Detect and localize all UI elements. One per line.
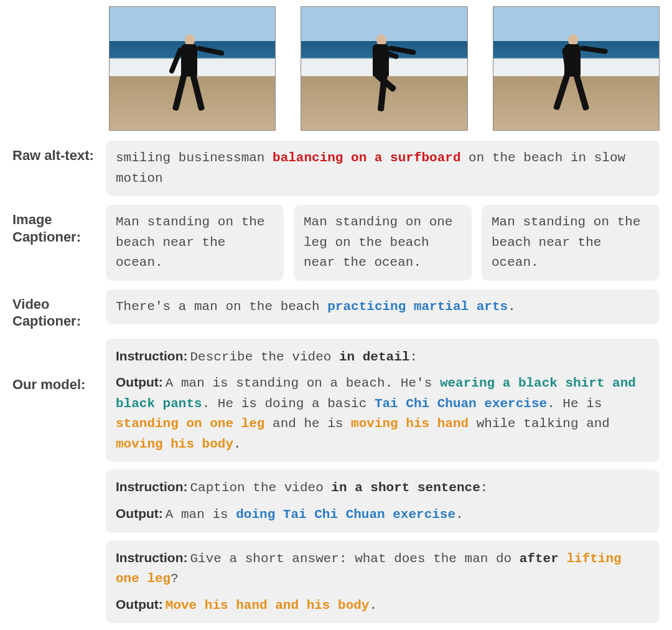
instruction-label: Instruction: xyxy=(116,550,188,565)
label-raw-alt-text: Raw alt-text: xyxy=(12,141,106,164)
our-model-example-1: Instruction:Describe the video in detail… xyxy=(106,339,660,463)
label-video-captioner: Video Captioner: xyxy=(12,289,106,330)
video-frame-1 xyxy=(109,6,276,131)
row-video-captioner: Video Captioner: There's a man on the be… xyxy=(12,289,660,330)
our-model-example-3: Instruction:Give a short answer: what do… xyxy=(106,540,660,624)
video-frame-3 xyxy=(493,6,660,131)
video-caption-box: There's a man on the beach practicing ma… xyxy=(106,289,660,325)
our-model-example-2: Instruction:Caption the video in a short… xyxy=(106,469,660,532)
instruction-label: Instruction: xyxy=(116,349,188,363)
raw-alt-highlight: balancing on a surfboard xyxy=(273,151,460,165)
image-caption-1: Man standing on the beach near the ocean… xyxy=(106,205,284,281)
instruction-label: Instruction: xyxy=(116,479,188,494)
raw-alt-text-box: smiling businessman balancing on a surfb… xyxy=(106,141,660,196)
output-label: Output: xyxy=(116,597,163,611)
video-frames-row xyxy=(109,6,660,131)
video-caption-highlight: practicing martial arts xyxy=(327,299,508,314)
row-raw-alt-text: Raw alt-text: smiling businessman balanc… xyxy=(12,141,660,196)
image-caption-2: Man standing on one leg on the beach nea… xyxy=(294,205,472,281)
video-frame-2 xyxy=(301,6,467,131)
image-caption-3: Man standing on the beach near the ocean… xyxy=(482,205,660,281)
row-image-captioner: Image Captioner: Man standing on the bea… xyxy=(12,205,660,281)
output-label: Output: xyxy=(116,506,163,520)
label-image-captioner: Image Captioner: xyxy=(12,205,106,245)
output-label: Output: xyxy=(116,375,163,389)
label-our-model: Our model: xyxy=(12,339,106,393)
row-our-model: Our model: Instruction:Describe the vide… xyxy=(12,339,660,623)
